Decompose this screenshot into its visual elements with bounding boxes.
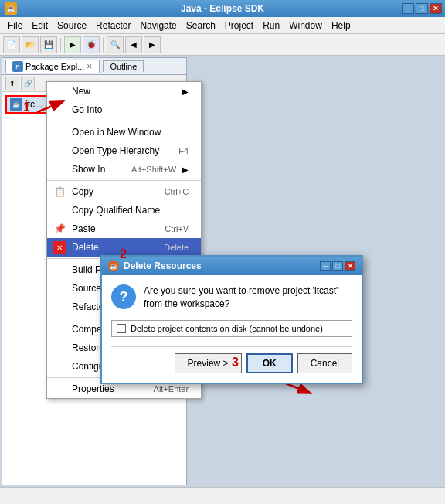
collapse-all-button[interactable]: ⬆ bbox=[5, 77, 19, 90]
dialog-controls: ─ □ ✕ bbox=[320, 261, 355, 271]
ctx-delete-label: Delete bbox=[72, 242, 158, 253]
ctx-copy-qualified-label: Copy Qualified Name bbox=[72, 205, 189, 216]
ctx-go-into-label: Go Into bbox=[72, 104, 189, 115]
ctx-show-in[interactable]: Show In Alt+Shift+W ▶ bbox=[47, 160, 201, 179]
annotation-2: 2 bbox=[120, 247, 127, 261]
ctx-go-into-icon bbox=[53, 104, 66, 116]
panel-tab-bar: P Package Expl... ✕ Outline bbox=[2, 58, 186, 75]
ctx-open-window[interactable]: Open in New Window bbox=[47, 123, 201, 141]
dialog-message-row: ? Are you sure you want to remove projec… bbox=[111, 284, 352, 311]
link-with-editor-button[interactable]: 🔗 bbox=[21, 77, 35, 90]
ctx-copy-shortcut: Ctrl+C bbox=[165, 187, 189, 196]
ctx-open-window-icon bbox=[53, 126, 66, 138]
ctx-show-in-icon bbox=[53, 163, 66, 175]
menu-window[interactable]: Window bbox=[284, 19, 327, 32]
ctx-show-in-label: Show In bbox=[72, 164, 125, 175]
dialog-message: Are you sure you want to remove project … bbox=[144, 284, 352, 311]
ctx-delete-shortcut: Delete bbox=[164, 243, 189, 252]
menu-file[interactable]: File bbox=[3, 19, 27, 32]
menu-refactor[interactable]: Refactor bbox=[91, 19, 135, 32]
ctx-copy-label: Copy bbox=[72, 186, 158, 197]
ctx-open-type[interactable]: Open Type Hierarchy F4 bbox=[47, 141, 201, 160]
ctx-paste[interactable]: 📌 Paste Ctrl+V bbox=[47, 220, 201, 238]
menu-run[interactable]: Run bbox=[258, 19, 284, 32]
title-controls: ─ □ ✕ bbox=[402, 3, 442, 14]
ctx-paste-icon: 📌 bbox=[53, 223, 66, 235]
ctx-paste-shortcut: Ctrl+V bbox=[165, 224, 189, 233]
dialog-minimize[interactable]: ─ bbox=[320, 261, 331, 271]
dialog-title: Delete Resources bbox=[124, 261, 202, 271]
nav-back-button[interactable]: ◀ bbox=[125, 36, 142, 53]
ctx-go-into[interactable]: Go Into bbox=[47, 100, 201, 119]
ctx-copy-qualified-icon bbox=[53, 204, 66, 216]
ctx-copy-qualified[interactable]: Copy Qualified Name bbox=[47, 201, 201, 220]
minimize-button[interactable]: ─ bbox=[402, 3, 414, 14]
ctx-open-type-label: Open Type Hierarchy bbox=[72, 145, 172, 156]
ctx-build-path-icon bbox=[53, 264, 66, 276]
ctx-configure-icon bbox=[53, 360, 66, 373]
ctx-copy-icon: 📋 bbox=[53, 186, 66, 198]
delete-contents-checkbox[interactable] bbox=[117, 324, 126, 333]
annotation-1: 1 bbox=[23, 100, 30, 114]
ctx-show-in-arrow: ▶ bbox=[182, 165, 189, 174]
menu-edit[interactable]: Edit bbox=[27, 19, 53, 32]
project-icon: ☕ bbox=[10, 98, 22, 111]
toolbar-sep1 bbox=[60, 38, 61, 52]
menu-search[interactable]: Search bbox=[182, 19, 220, 32]
dialog-close[interactable]: ✕ bbox=[345, 261, 355, 271]
ctx-copy[interactable]: 📋 Copy Ctrl+C bbox=[47, 182, 201, 201]
menu-navigate[interactable]: Navigate bbox=[135, 19, 181, 32]
app-icon: ☕ bbox=[5, 2, 17, 15]
ctx-new-arrow: ▶ bbox=[182, 87, 189, 96]
package-tab-close[interactable]: ✕ bbox=[87, 63, 93, 70]
menu-source[interactable]: Source bbox=[53, 19, 91, 32]
open-button[interactable]: 📂 bbox=[22, 36, 39, 53]
search-toolbar-button[interactable]: 🔍 bbox=[107, 36, 124, 53]
ctx-sep2 bbox=[47, 180, 201, 181]
ctx-refactor-icon bbox=[53, 301, 66, 313]
status-bar bbox=[0, 487, 445, 504]
package-tab-icon: P bbox=[12, 61, 23, 72]
nav-forward-button[interactable]: ▶ bbox=[144, 36, 161, 53]
ctx-open-window-label: Open in New Window bbox=[72, 127, 189, 138]
toolbar-sep2 bbox=[103, 38, 104, 52]
debug-button[interactable]: 🐞 bbox=[83, 36, 100, 53]
dialog-maximize[interactable]: □ bbox=[332, 261, 343, 271]
dialog-checkbox-row: Delete project contents on disk (cannot … bbox=[111, 320, 352, 337]
menu-help[interactable]: Help bbox=[327, 19, 355, 32]
title-bar: ☕ Java - Eclipse SDK ─ □ ✕ bbox=[0, 0, 445, 17]
ctx-new[interactable]: New ▶ bbox=[47, 82, 201, 100]
ctx-compare-icon bbox=[53, 323, 66, 335]
ctx-new-icon bbox=[53, 85, 66, 97]
ctx-show-in-shortcut: Alt+Shift+W bbox=[131, 165, 176, 174]
cancel-button[interactable]: Cancel bbox=[297, 353, 352, 373]
ctx-restore-icon bbox=[53, 342, 66, 354]
menu-bar: File Edit Source Refactor Navigate Searc… bbox=[0, 17, 445, 34]
ctx-properties-shortcut: Alt+Enter bbox=[154, 384, 189, 393]
question-icon: ? bbox=[111, 284, 136, 309]
ok-button[interactable]: OK bbox=[246, 353, 293, 373]
menu-project[interactable]: Project bbox=[220, 19, 258, 32]
save-button[interactable]: 💾 bbox=[40, 36, 57, 53]
outline-tab[interactable]: Outline bbox=[103, 60, 144, 72]
ctx-source-icon bbox=[53, 282, 66, 295]
delete-contents-label: Delete project contents on disk (cannot … bbox=[131, 324, 323, 333]
dialog-title-bar: ☕ Delete Resources ─ □ ✕ bbox=[102, 257, 362, 275]
toolbar: 📄 📂 💾 ▶ 🐞 🔍 ◀ ▶ bbox=[0, 34, 445, 56]
ctx-sep1 bbox=[47, 121, 201, 121]
ctx-properties-icon bbox=[53, 383, 66, 395]
package-explorer-tab[interactable]: P Package Expl... ✕ bbox=[5, 60, 100, 73]
window-title: Java - Eclipse SDK bbox=[181, 3, 264, 14]
annotation-3: 3 bbox=[232, 356, 239, 369]
new-button[interactable]: 📄 bbox=[3, 36, 20, 53]
ctx-open-type-icon bbox=[53, 145, 66, 157]
dialog-title-left: ☕ Delete Resources bbox=[108, 261, 202, 271]
dialog-icon: ☕ bbox=[108, 261, 119, 271]
run-button[interactable]: ▶ bbox=[64, 36, 81, 53]
close-button[interactable]: ✕ bbox=[430, 3, 442, 14]
ctx-paste-label: Paste bbox=[72, 223, 158, 234]
ctx-open-type-shortcut: F4 bbox=[178, 146, 189, 155]
outline-tab-label: Outline bbox=[110, 62, 137, 71]
ctx-new-label: New bbox=[72, 86, 176, 97]
maximize-button[interactable]: □ bbox=[416, 3, 428, 14]
